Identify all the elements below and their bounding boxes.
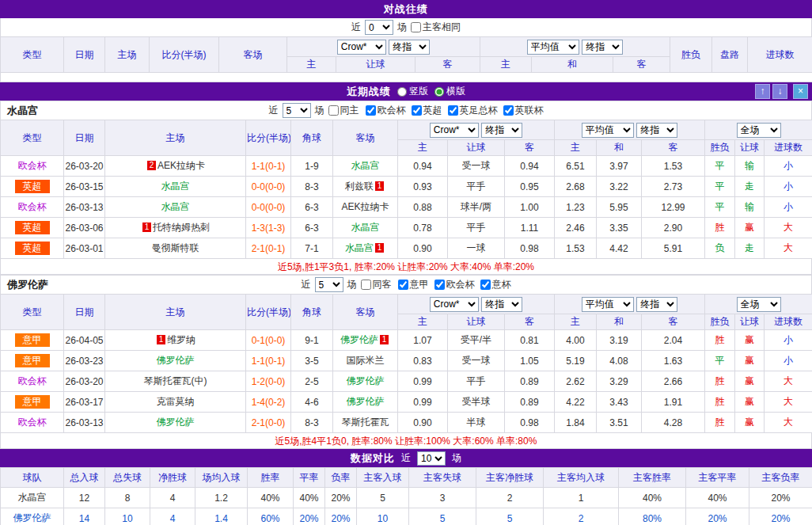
vertical-layout-radio[interactable] — [397, 87, 407, 97]
compare-value-cell: 4 — [150, 508, 195, 525]
bookmaker-select[interactable]: Crow* — [430, 123, 479, 138]
away-odds-cell: 1.05 — [505, 351, 555, 371]
average-odds-select[interactable]: 平均值 — [527, 40, 579, 55]
compare-title: 数据对比 — [351, 451, 395, 466]
bookmaker-select[interactable]: Crow* — [430, 297, 479, 312]
move-down-button[interactable]: ↓ — [772, 84, 787, 99]
match-row: 英超26-03-01曼彻斯特联2-1(0-1)7-1水晶宫10.90一球0.98… — [1, 238, 812, 259]
league-filter[interactable]: 英联杯 — [503, 104, 544, 117]
same-side-filter[interactable]: 主客相同 — [411, 21, 461, 34]
col-away: 客场 — [333, 120, 398, 156]
col-score: 比分(半场) — [246, 295, 291, 330]
winloss-result-cell: 胜 — [705, 330, 735, 351]
home-team-cell: 佛罗伦萨 — [105, 351, 246, 371]
home-team-cell: 克雷莫纳 — [105, 392, 246, 413]
compare-count-select[interactable]: 10 — [417, 451, 446, 466]
league-cell: 欧会杯 — [1, 413, 64, 433]
same-venue-checkbox[interactable] — [328, 105, 339, 116]
handicap-result-cell: 赢 — [735, 371, 765, 392]
compare-value-cell: 1 — [544, 488, 619, 508]
goals-result-cell: 小 — [765, 351, 812, 371]
league-filter-checkbox[interactable] — [503, 105, 514, 116]
away-team-name: 水晶宫 — [345, 242, 374, 253]
compare-header-row: 球队总入球总失球净胜球场均入球胜率平率负率主客入球主客失球主客净胜球主客均入球主… — [1, 468, 812, 488]
league-filter-checkbox[interactable] — [366, 105, 376, 116]
avg-final-select[interactable]: 终指 — [636, 123, 677, 138]
avg-draw-cell: 3.22 — [597, 177, 642, 197]
move-up-button[interactable]: ↑ — [755, 84, 770, 99]
same-venue-filter[interactable]: 同主 — [328, 104, 359, 117]
home-team-name: 克雷莫纳 — [157, 396, 195, 407]
average-odds-select[interactable]: 平均值 — [582, 123, 634, 138]
odds-final-select[interactable]: 终指 — [389, 40, 430, 55]
compare-col-header: 平率 — [294, 468, 325, 488]
match-row: 欧会杯26-03-13水晶宫0-0(0-0)6-3AEK拉纳卡0.88球半/两1… — [1, 197, 812, 218]
avg-home-cell: 1.53 — [555, 238, 597, 259]
league-filter-checkbox[interactable] — [412, 105, 422, 116]
col-away-odds: 客 — [505, 140, 555, 156]
horizontal-layout-option[interactable]: 横版 — [434, 85, 465, 98]
col-goals: 进球数 — [765, 140, 812, 156]
near-label: 近 — [401, 451, 411, 465]
col-avg-home: 主 — [555, 314, 597, 330]
handicap-cell: 半球 — [448, 413, 505, 433]
league-filter[interactable]: 意甲 — [398, 278, 429, 291]
full-match-select[interactable]: 全场 — [737, 297, 781, 312]
avg-home-cell: 1.84 — [555, 413, 597, 433]
compare-col-header: 主客负率 — [749, 468, 812, 488]
same-side-label: 主客相同 — [423, 21, 461, 34]
league-filter-checkbox[interactable] — [480, 280, 491, 290]
league-filter-checkbox[interactable] — [434, 280, 445, 290]
league-filter[interactable]: 欧会杯 — [366, 104, 406, 117]
league-filter[interactable]: 英超 — [412, 104, 442, 117]
avg-final-select[interactable]: 终指 — [582, 40, 623, 55]
horizontal-layout-radio[interactable] — [434, 87, 444, 97]
handicap-cell: 受平/半 — [448, 330, 505, 351]
close-button[interactable]: × — [793, 84, 808, 99]
near-label: 近 — [302, 278, 311, 291]
league-filters: 意甲欧会杯意杯 — [398, 278, 511, 291]
away-team-name: 国际米兰 — [347, 355, 385, 366]
team-section-header: 佛罗伦萨 近 5 场 同客 意甲欧会杯意杯 — [0, 275, 812, 294]
avg-away-cell: 2.04 — [642, 330, 705, 351]
league-cell: 欧会杯 — [1, 197, 64, 218]
league-filter-checkbox[interactable] — [398, 280, 408, 290]
odds-final-select[interactable]: 终指 — [481, 297, 522, 312]
bookmaker-select[interactable]: Crow* — [337, 40, 386, 55]
corners-cell: 2-5 — [291, 371, 333, 392]
compare-row: 水晶宫12841.240%40%20%532140%40%20% — [1, 488, 812, 508]
vertical-layout-option[interactable]: 竖版 — [397, 85, 428, 98]
col-handicap-result: 让球 — [735, 314, 765, 330]
same-venue-checkbox[interactable] — [361, 280, 371, 290]
h2h-count-select[interactable]: 0 — [365, 20, 393, 35]
league-filter[interactable]: 英足总杯 — [448, 104, 498, 117]
same-venue-filter[interactable]: 同客 — [361, 278, 392, 291]
compare-value-cell: 12 — [64, 488, 105, 508]
team-count-select[interactable]: 5 — [315, 277, 343, 292]
league-badge: 欧会杯 — [15, 159, 50, 173]
h2h-filter-row: 近 0 场 主客相同 — [0, 18, 812, 36]
average-odds-select[interactable]: 平均值 — [582, 297, 634, 312]
avg-away-cell: 1.53 — [642, 156, 705, 177]
league-badge: 英超 — [15, 221, 50, 234]
avg-draw-cell: 3.35 — [597, 218, 642, 238]
same-side-checkbox[interactable] — [411, 22, 421, 32]
full-match-select[interactable]: 全场 — [737, 123, 781, 138]
handicap-result-cell: 赢 — [735, 351, 765, 371]
date-cell: 26-03-01 — [64, 238, 105, 259]
home-team-cell: 曼彻斯特联 — [105, 238, 246, 259]
score-cell: 0-0(0-0) — [246, 197, 291, 218]
league-filter[interactable]: 意杯 — [480, 278, 511, 291]
team-count-select[interactable]: 5 — [283, 103, 311, 118]
league-filter-checkbox[interactable] — [448, 105, 458, 116]
league-filter[interactable]: 欧会杯 — [434, 278, 475, 291]
avg-home-cell: 1.23 — [555, 197, 597, 218]
col-avg-away: 客 — [642, 140, 705, 156]
avg-final-select[interactable]: 终指 — [636, 297, 677, 312]
red-card-badge: 1 — [157, 335, 165, 344]
away-team-name: 水晶宫 — [351, 222, 380, 233]
odds-final-select[interactable]: 终指 — [481, 123, 522, 138]
compare-team-name: 佛罗伦萨 — [1, 508, 64, 525]
home-team-name: 曼彻斯特联 — [152, 242, 199, 253]
avg-odds-header: 平均值 终指 — [555, 120, 705, 140]
